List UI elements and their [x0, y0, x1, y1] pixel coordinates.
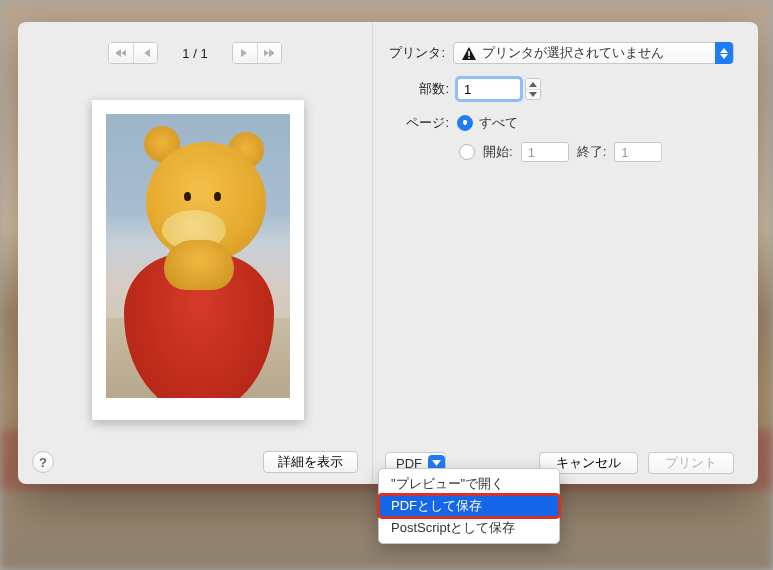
pages-all-label: すべて — [479, 114, 518, 132]
updown-icon — [715, 42, 733, 64]
copies-stepper[interactable] — [525, 78, 541, 100]
pages-all-radio[interactable] — [457, 115, 473, 131]
show-details-button[interactable]: 詳細を表示 — [263, 451, 358, 473]
preview-pane: 1 / 1 ? 詳細を表示 — [18, 22, 373, 484]
pages-range-label: 開始: — [483, 143, 513, 161]
preview-image — [106, 114, 290, 398]
printer-value: プリンタが選択されていません — [482, 44, 664, 62]
print-dialog: 1 / 1 ? 詳細を表示 プリンタ: — [18, 22, 758, 484]
menu-save-as-pdf[interactable]: PDFとして保存 — [379, 495, 559, 517]
prev-page-buttons[interactable] — [108, 42, 158, 64]
first-page-button[interactable] — [109, 43, 133, 63]
next-page-button[interactable] — [233, 43, 257, 63]
options-pane: プリンタ: プリンタが選択されていません 部数: ページ: — [373, 22, 758, 484]
copies-step-down[interactable] — [526, 89, 540, 99]
pages-from-input[interactable] — [521, 142, 569, 162]
pages-range-radio[interactable] — [459, 144, 475, 160]
svg-rect-1 — [468, 57, 470, 59]
menu-save-as-postscript[interactable]: PostScriptとして保存 — [379, 517, 559, 539]
svg-rect-0 — [468, 51, 470, 56]
pages-label: ページ: — [401, 114, 449, 132]
copies-step-up[interactable] — [526, 79, 540, 89]
left-bottom-bar: ? 詳細を表示 — [18, 440, 372, 484]
print-button[interactable]: プリント — [648, 452, 734, 474]
pdf-menu: "プレビュー"で開く PDFとして保存 PostScriptとして保存 — [378, 468, 560, 544]
last-page-button[interactable] — [257, 43, 281, 63]
copies-row: 部数: — [415, 78, 734, 100]
menu-open-in-preview[interactable]: "プレビュー"で開く — [379, 473, 559, 495]
page-preview — [92, 100, 304, 420]
pages-to-input[interactable] — [614, 142, 662, 162]
printer-row: プリンタ: プリンタが選択されていません — [385, 42, 734, 64]
pages-range-end-label: 終了: — [577, 143, 607, 161]
warning-icon — [462, 47, 476, 60]
prev-page-button[interactable] — [133, 43, 157, 63]
next-page-buttons[interactable] — [232, 42, 282, 64]
pages-row: ページ: すべて — [401, 114, 734, 132]
printer-select[interactable]: プリンタが選択されていません — [453, 42, 734, 64]
pages-range-row: 開始: 終了: — [459, 142, 734, 162]
copies-label: 部数: — [415, 80, 449, 98]
printer-label: プリンタ: — [385, 44, 445, 62]
help-button[interactable]: ? — [32, 451, 54, 473]
page-navigation: 1 / 1 — [18, 22, 372, 64]
copies-input[interactable] — [457, 78, 521, 100]
page-indicator: 1 / 1 — [182, 46, 207, 61]
